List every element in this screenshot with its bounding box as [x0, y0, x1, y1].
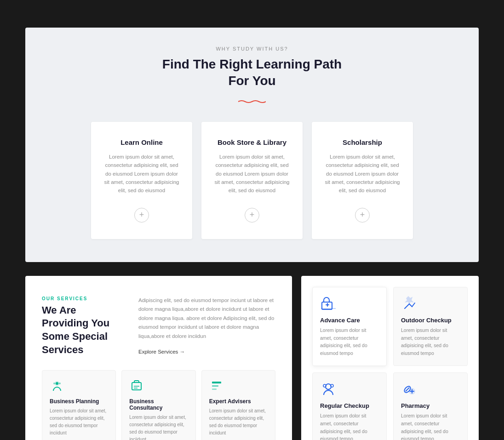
- bottom-row: OUR SERVICES We Are Providing You Some S…: [25, 276, 479, 440]
- business-planning-icon: [50, 379, 64, 394]
- learning-cards: Learn Online Lorem ipsum dolor sit amet,…: [39, 122, 465, 239]
- svg-point-2: [53, 383, 55, 384]
- card-bookstore-title: Book Store & Library: [218, 138, 286, 146]
- service-card-consultancy: Business Consultancy Lorem ipsum dolor s…: [121, 370, 195, 440]
- learning-subtitle: WHY STUDY WITH US?: [39, 46, 465, 51]
- card-scholarship-text: Lorem ipsum dolor sit amet, consectetur …: [325, 153, 400, 195]
- svg-rect-5: [212, 382, 221, 383]
- medical-card-outdoor: Outdoor Checkup Lorem ipsum dolor sit am…: [393, 287, 468, 366]
- services-header: OUR SERVICES We Are Providing You Some S…: [42, 296, 275, 356]
- advisers-icon: [209, 379, 224, 394]
- advance-care-name: Advance Care: [320, 317, 379, 324]
- services-title: We Are Providing You Some Special Servic…: [42, 304, 111, 356]
- card-learn-online: Learn Online Lorem ipsum dolor sit amet,…: [91, 122, 192, 239]
- medical-card-regular: Regular Checkup Lorem ipsum dolor sit am…: [312, 372, 387, 440]
- pharmacy-name: Pharmacy: [401, 402, 460, 409]
- card-bookstore-text: Lorem ipsum dolor sit amet, consectetur …: [214, 153, 290, 195]
- service-card-business-planning: Business Planning Lorem ipsum dolor sit …: [42, 370, 116, 440]
- card-scholarship-plus[interactable]: +: [355, 208, 370, 223]
- card-scholarship-title: Scholarship: [343, 138, 382, 146]
- services-section: OUR SERVICES We Are Providing You Some S…: [25, 276, 292, 440]
- pharmacy-text: Lorem ipsum dolor sit amet, consectetur …: [401, 412, 460, 440]
- outdoor-checkup-text: Lorem ipsum dolor sit amet, consectetur …: [401, 326, 460, 357]
- svg-point-3: [59, 383, 61, 384]
- outdoor-checkup-name: Outdoor Checkup: [401, 317, 460, 324]
- service-card-advisers-text: Lorem ipsum dolor sit amet, consectetur …: [209, 407, 268, 437]
- regular-checkup-text: Lorem ipsum dolor sit amet, consectetur …: [320, 412, 379, 440]
- service-cards-grid: Business Planning Lorem ipsum dolor sit …: [42, 370, 275, 440]
- service-card-consultancy-name: Business Consultancy: [129, 398, 188, 411]
- services-label: OUR SERVICES: [42, 296, 125, 301]
- svg-rect-14: [327, 303, 328, 307]
- svg-line-19: [406, 388, 409, 391]
- service-card-advisers: Expert Advisers Lorem ipsum dolor sit am…: [201, 370, 275, 440]
- medical-card-advance-care: Advance Care Lorem ipsum dolor sit amet,…: [312, 287, 387, 366]
- regular-checkup-icon: [320, 381, 337, 398]
- card-bookstore-plus[interactable]: +: [245, 208, 259, 223]
- pharmacy-icon: [401, 381, 418, 398]
- card-bookstore: Book Store & Library Lorem ipsum dolor s…: [201, 122, 303, 239]
- title-divider: [39, 97, 465, 105]
- medical-card-pharmacy: Pharmacy Lorem ipsum dolor sit amet, con…: [393, 372, 468, 440]
- svg-point-1: [56, 382, 58, 385]
- services-description: Adipiscing elit, sed do eiusmod tempor i…: [138, 296, 275, 341]
- svg-rect-7: [212, 389, 217, 390]
- service-card-consultancy-text: Lorem ipsum dolor sit amet, consectetur …: [129, 414, 188, 440]
- medical-grid: Advance Care Lorem ipsum dolor sit amet,…: [312, 287, 468, 440]
- advance-care-text: Lorem ipsum dolor sit amet, consectetur …: [320, 326, 379, 357]
- regular-checkup-name: Regular Checkup: [320, 402, 379, 409]
- advance-care-icon: [320, 296, 337, 312]
- consultancy-icon: [129, 379, 144, 394]
- card-learn-text: Lorem ipsum dolor sit amet, consectetur …: [104, 153, 179, 195]
- medical-section: Advance Care Lorem ipsum dolor sit amet,…: [301, 276, 479, 440]
- wave-icon: [238, 97, 266, 101]
- card-learn-title: Learn Online: [120, 138, 163, 146]
- learning-title: Find The Right Learning Path For You: [39, 56, 465, 90]
- card-learn-plus[interactable]: +: [134, 208, 149, 223]
- learning-section: WHY STUDY WITH US? Find The Right Learni…: [25, 28, 479, 262]
- service-card-business-planning-text: Lorem ipsum dolor sit amet, consectetur …: [50, 407, 108, 437]
- card-scholarship: Scholarship Lorem ipsum dolor sit amet, …: [312, 122, 413, 239]
- services-desc-block: Adipiscing elit, sed do eiusmod tempor i…: [138, 296, 275, 356]
- service-card-advisers-name: Expert Advisers: [209, 398, 268, 405]
- svg-point-15: [326, 384, 331, 389]
- svg-rect-6: [212, 385, 218, 387]
- explore-services-link[interactable]: Explore Services →: [138, 349, 185, 354]
- outdoor-checkup-icon: [401, 296, 418, 312]
- service-card-business-planning-name: Business Planning: [50, 398, 108, 405]
